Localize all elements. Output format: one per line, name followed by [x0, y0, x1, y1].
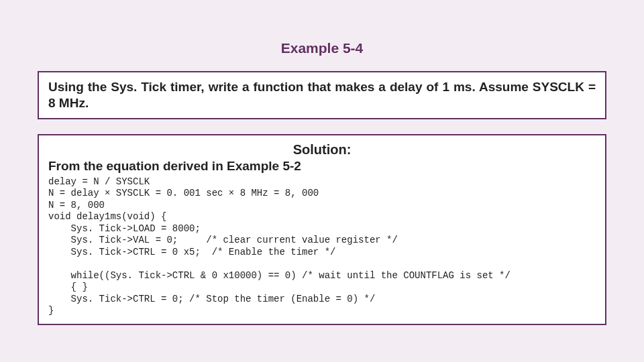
prompt-box: Using the Sys. Tick timer, write a funct… — [38, 71, 606, 119]
prompt-text: Using the Sys. Tick timer, write a funct… — [48, 79, 596, 111]
solution-code: delay = N / SYSCLK N = delay × SYSCLK = … — [48, 176, 596, 317]
solution-label: Solution: — [48, 142, 596, 158]
solution-box: Solution: From the equation derived in E… — [38, 134, 606, 325]
example-title: Example 5-4 — [38, 40, 606, 56]
equation-reference: From the equation derived in Example 5-2 — [48, 159, 596, 174]
page: Example 5-4 Using the Sys. Tick timer, w… — [0, 0, 644, 362]
